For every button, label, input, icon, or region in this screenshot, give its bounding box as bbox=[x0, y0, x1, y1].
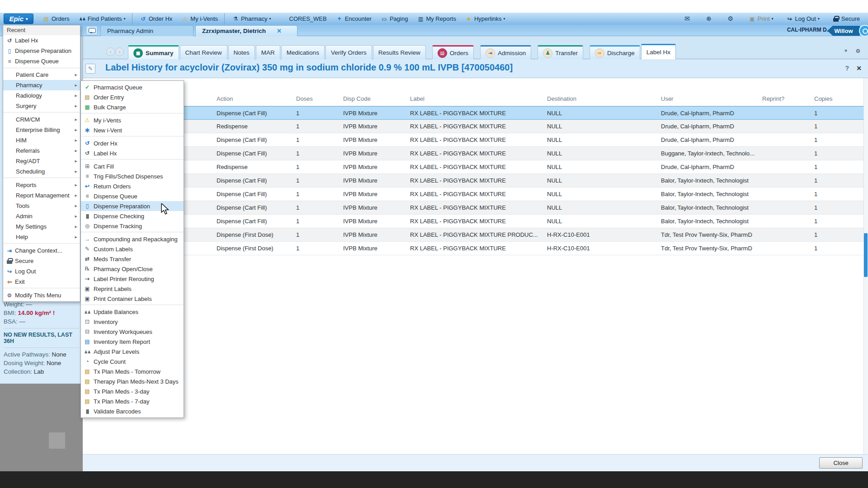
menu-category[interactable]: Scheduling bbox=[3, 166, 80, 178]
menu-category[interactable]: Report Management bbox=[3, 190, 80, 201]
menu-footer-item[interactable]: Secure bbox=[3, 256, 80, 266]
submenu-item[interactable]: Label Printer Rerouting bbox=[81, 274, 184, 284]
menu-footer-item[interactable]: Change Context... bbox=[3, 245, 80, 256]
submenu-item[interactable]: Return Orders bbox=[81, 181, 184, 191]
submenu-item[interactable]: Update Balances bbox=[81, 307, 184, 317]
vertical-scrollbar[interactable] bbox=[863, 78, 868, 455]
tab-notes[interactable]: Notes bbox=[228, 45, 255, 59]
menu-item-recent[interactable]: Dispense Preparation bbox=[3, 46, 80, 56]
toolbar-button[interactable]: CORES_WEB bbox=[277, 13, 330, 24]
submenu-item[interactable]: Reprint Labels bbox=[81, 284, 184, 294]
menu-category[interactable]: Admin bbox=[3, 211, 80, 221]
toolbar-right-button[interactable]: Log Out bbox=[783, 13, 823, 24]
menu-category[interactable]: Reg/ADT bbox=[3, 156, 80, 166]
menu-category[interactable]: Surgery bbox=[3, 101, 80, 113]
more-tabs-icon[interactable] bbox=[844, 47, 847, 55]
menu-category[interactable]: HIM bbox=[3, 135, 80, 145]
submenu-item[interactable]: Print Container Labels bbox=[81, 294, 184, 305]
help-icon[interactable] bbox=[845, 65, 849, 72]
tab-chart-review[interactable]: Chart Review bbox=[180, 45, 227, 59]
menu-category[interactable]: Referrals bbox=[3, 145, 80, 156]
submenu-item[interactable]: Order Entry bbox=[81, 92, 184, 102]
submenu-item[interactable]: Cycle Count bbox=[81, 357, 184, 366]
tab-label-hx[interactable]: Label Hx bbox=[641, 44, 676, 59]
menu-category[interactable]: CRM/CM bbox=[3, 114, 80, 125]
tab-orders[interactable]: Orders bbox=[432, 45, 474, 59]
submenu-item[interactable]: Therapy Plan Meds-Next 3 Days bbox=[81, 376, 184, 386]
table-row[interactable]: Dispense (First Dose) 1 IVPB Mixture RX … bbox=[83, 242, 863, 255]
table-row[interactable]: Dispense (Cart Fill) 1 IVPB Mixture RX L… bbox=[83, 215, 863, 228]
submenu-item[interactable]: Inventory Item Report bbox=[81, 337, 184, 347]
table-row[interactable]: Redispense 1 IVPB Mixture RX LABEL - PIG… bbox=[83, 160, 863, 174]
menu-category[interactable]: Reports bbox=[3, 180, 80, 190]
table-row[interactable]: Dispense (Cart Fill) 1 IVPB Mixture RX L… bbox=[83, 106, 863, 120]
submenu-item[interactable]: Validate Barcodes bbox=[81, 406, 184, 416]
comment-bubble-icon[interactable] bbox=[86, 26, 98, 35]
menu-category[interactable]: Enterprise Billing bbox=[3, 125, 80, 135]
toolbar-right-button[interactable]: Secure bbox=[829, 13, 863, 24]
submenu-item[interactable]: Pharmacy Open/Close bbox=[81, 264, 184, 274]
tab-transfer[interactable]: Transfer bbox=[538, 45, 583, 59]
tab-mar[interactable]: MAR bbox=[256, 45, 280, 59]
menu-category[interactable]: Tools bbox=[3, 201, 80, 211]
forward-arrow-icon[interactable] bbox=[115, 47, 124, 56]
close-button[interactable]: Close bbox=[819, 457, 863, 469]
table-row[interactable]: Dispense (Cart Fill) 1 IVPB Mixture RX L… bbox=[83, 147, 863, 160]
toolbar-button[interactable]: Orders bbox=[39, 13, 73, 24]
toolbar-button[interactable]: My Reports bbox=[413, 13, 459, 24]
submenu-item[interactable]: Meds Transfer bbox=[81, 254, 184, 264]
submenu-item[interactable]: Tx Plan Meds - 3-day bbox=[81, 386, 184, 396]
toolbar-button[interactable]: Encounter bbox=[332, 13, 375, 24]
submenu-item[interactable]: Tx Plan Meds - 7-day bbox=[81, 396, 184, 406]
workspace-tab-pharmacy-admin[interactable]: Pharmacy Admin bbox=[100, 25, 193, 36]
submenu-item[interactable]: Compounding and Repackaging bbox=[81, 234, 184, 244]
submenu-item[interactable]: Inventory bbox=[81, 317, 184, 327]
menu-item-recent[interactable]: Label Hx bbox=[3, 35, 80, 46]
tab-results-review[interactable]: Results Review bbox=[373, 45, 426, 59]
close-report-icon[interactable] bbox=[856, 65, 862, 72]
toolbar-right-button[interactable] bbox=[702, 13, 718, 24]
table-row[interactable]: Dispense (Cart Fill) 1 IVPB Mixture RX L… bbox=[83, 201, 863, 215]
workspace-tab-patient[interactable]: Zzrxipmaster, Dietrich bbox=[195, 25, 297, 36]
tab-verify-orders[interactable]: Verify Orders bbox=[326, 45, 372, 59]
toolbar-button[interactable]: Pharmacy bbox=[228, 13, 275, 24]
epic-menu-button[interactable]: Epic bbox=[4, 14, 33, 24]
tab-admission[interactable]: Admission bbox=[480, 45, 531, 59]
submenu-item[interactable]: Dispense Queue bbox=[81, 191, 184, 201]
table-row[interactable]: Dispense (First Dose) 1 IVPB Mixture RX … bbox=[83, 228, 863, 242]
back-arrow-icon[interactable] bbox=[106, 47, 115, 56]
toolbar-button[interactable]: My i-Vents bbox=[178, 13, 225, 24]
toolbar-button[interactable]: Find Patients bbox=[75, 13, 132, 24]
submenu-item[interactable]: Order Hx bbox=[81, 138, 184, 148]
submenu-item[interactable]: Adjust Par Levels bbox=[81, 347, 184, 357]
menu-category[interactable]: Pharmacy bbox=[3, 80, 80, 90]
submenu-item[interactable]: New i-Vent bbox=[81, 125, 184, 136]
toolbar-button[interactable]: Order Hx bbox=[136, 13, 176, 24]
search-icon[interactable] bbox=[859, 25, 868, 37]
menu-category[interactable]: Help bbox=[3, 232, 80, 244]
submenu-item[interactable]: Custom Labels bbox=[81, 244, 184, 254]
tab-discharge[interactable]: Discharge bbox=[590, 45, 640, 59]
submenu-item[interactable]: Label Hx bbox=[81, 148, 184, 160]
menu-category[interactable]: My Settings bbox=[3, 221, 80, 232]
toolbar-right-button[interactable] bbox=[680, 13, 696, 24]
submenu-item[interactable]: Trig Fills/Sched Dispenses bbox=[81, 171, 184, 181]
table-row[interactable]: Dispense (Cart Fill) 1 IVPB Mixture RX L… bbox=[83, 133, 863, 147]
menu-footer-item[interactable]: Exit bbox=[3, 277, 80, 288]
submenu-item[interactable]: Tx Plan Meds - Tomorrow bbox=[81, 366, 184, 376]
toolbar-right-button[interactable] bbox=[723, 13, 740, 24]
wrench-icon[interactable] bbox=[854, 47, 862, 55]
menu-category[interactable]: Patient Care bbox=[3, 70, 80, 80]
menu-item-recent[interactable]: Dispense Queue bbox=[3, 56, 80, 66]
submenu-item[interactable]: Inventory Workqueues bbox=[81, 327, 184, 337]
submenu-item[interactable]: Bulk Charge bbox=[81, 102, 184, 113]
table-row[interactable]: Redispense 1 IVPB Mixture RX LABEL - PIG… bbox=[83, 120, 863, 133]
scrollbar-thumb[interactable] bbox=[864, 233, 868, 277]
table-row[interactable]: Dispense (Cart Fill) 1 IVPB Mixture RX L… bbox=[83, 174, 863, 188]
table-row[interactable]: Dispense (Cart Fill) 1 IVPB Mixture RX L… bbox=[83, 188, 863, 201]
submenu-item[interactable]: Cart Fill bbox=[81, 161, 184, 171]
menu-footer-item[interactable]: Log Out bbox=[3, 266, 80, 277]
menu-category[interactable]: Radiology bbox=[3, 90, 80, 101]
submenu-item[interactable]: My i-Vents bbox=[81, 115, 184, 125]
toolbar-button[interactable]: Paging bbox=[377, 13, 411, 24]
